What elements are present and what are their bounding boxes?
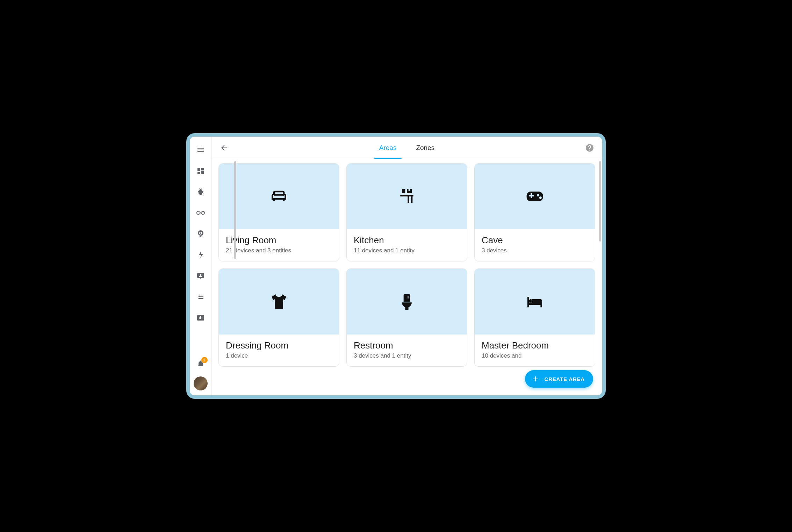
- main-content: Areas Zones Living Room 21 devices and 3…: [211, 137, 602, 395]
- user-avatar[interactable]: [194, 376, 208, 390]
- create-area-button[interactable]: CREATE AREA: [525, 370, 593, 388]
- sidebar-debug[interactable]: [192, 184, 209, 200]
- area-title: Kitchen: [354, 235, 460, 246]
- sidebar-automations[interactable]: [192, 204, 209, 221]
- sidebar-energy[interactable]: [192, 246, 209, 263]
- hamburger-icon: [196, 146, 205, 154]
- area-subtitle: 3 devices and 1 entity: [354, 352, 460, 359]
- area-subtitle: 3 devices: [482, 247, 588, 254]
- area-card-image: [219, 164, 339, 229]
- area-card-body: Master Bedroom 10 devices and: [475, 335, 595, 366]
- bug-icon: [196, 188, 205, 196]
- toilet-icon: [397, 292, 417, 311]
- dashboard-icon: [196, 167, 205, 175]
- area-card[interactable]: Restroom 3 devices and 1 entity: [346, 268, 467, 367]
- list-icon: [196, 293, 205, 301]
- tab-areas[interactable]: Areas: [376, 137, 399, 159]
- menu-button[interactable]: [192, 142, 209, 158]
- area-title: Cave: [482, 235, 588, 246]
- chart-icon: [196, 314, 205, 322]
- scrollbar-right[interactable]: [599, 161, 601, 242]
- sofa-icon: [269, 187, 289, 206]
- area-card-image: [475, 164, 595, 229]
- sidebar-dashboard[interactable]: [192, 163, 209, 179]
- area-card-body: Dressing Room 1 device: [219, 335, 339, 366]
- area-card-body: Living Room 21 devices and 3 entities: [219, 229, 339, 261]
- gamepad-icon: [525, 187, 545, 206]
- area-title: Master Bedroom: [482, 340, 588, 351]
- area-card-image: [347, 269, 467, 335]
- sidebar-list[interactable]: [192, 288, 209, 305]
- tshirt-icon: [269, 292, 289, 311]
- gear-head-icon: [196, 230, 205, 238]
- areas-grid: Living Room 21 devices and 3 entities Ki…: [218, 163, 595, 367]
- area-title: Dressing Room: [226, 340, 332, 351]
- area-card-body: Restroom 3 devices and 1 entity: [347, 335, 467, 366]
- area-card[interactable]: Kitchen 11 devices and 1 entity: [346, 163, 467, 261]
- arrow-left-icon: [220, 144, 228, 152]
- sidebar-settings[interactable]: [192, 225, 209, 242]
- area-card[interactable]: Dressing Room 1 device: [218, 268, 339, 367]
- scrollbar-left[interactable]: [234, 161, 236, 259]
- fab-label: CREATE AREA: [545, 376, 585, 382]
- app-window: 2 Areas Zones Living Room 21 devices and…: [186, 133, 606, 399]
- notification-badge: 2: [201, 357, 208, 363]
- kitchen-icon: [397, 187, 417, 206]
- area-card-image: [219, 269, 339, 335]
- area-subtitle: 10 devices and: [482, 352, 588, 359]
- help-button[interactable]: [583, 141, 597, 155]
- area-card[interactable]: Master Bedroom 10 devices and: [474, 268, 595, 367]
- area-subtitle: 21 devices and 3 entities: [226, 247, 332, 254]
- area-title: Restroom: [354, 340, 460, 351]
- topbar: Areas Zones: [211, 137, 602, 159]
- area-card[interactable]: Cave 3 devices: [474, 163, 595, 261]
- bed-icon: [525, 292, 545, 311]
- sidebar-stats[interactable]: [192, 309, 209, 326]
- content-area: Living Room 21 devices and 3 entities Ki…: [211, 159, 602, 395]
- infinity-icon: [196, 209, 205, 217]
- area-subtitle: 11 devices and 1 entity: [354, 247, 460, 254]
- area-card[interactable]: Living Room 21 devices and 3 entities: [218, 163, 339, 261]
- bolt-icon: [196, 251, 205, 259]
- sidebar-person[interactable]: [192, 267, 209, 284]
- back-button[interactable]: [217, 141, 231, 155]
- area-card-body: Cave 3 devices: [475, 229, 595, 261]
- tabs: Areas Zones: [376, 137, 437, 159]
- area-card-image: [475, 269, 595, 335]
- sidebar: 2: [190, 137, 211, 395]
- person-card-icon: [196, 272, 205, 280]
- help-icon: [585, 143, 594, 152]
- tab-zones[interactable]: Zones: [413, 137, 437, 159]
- area-card-body: Kitchen 11 devices and 1 entity: [347, 229, 467, 261]
- area-title: Living Room: [226, 235, 332, 246]
- plus-icon: [531, 375, 540, 383]
- area-card-image: [347, 164, 467, 229]
- notifications-button[interactable]: 2: [192, 355, 209, 372]
- area-subtitle: 1 device: [226, 352, 332, 359]
